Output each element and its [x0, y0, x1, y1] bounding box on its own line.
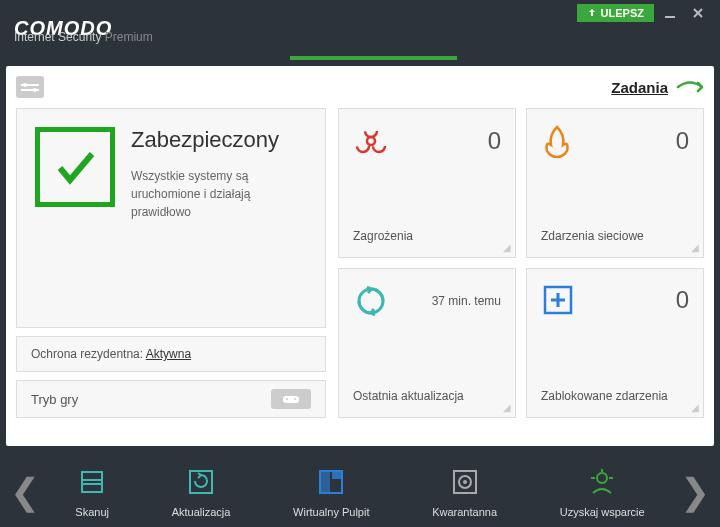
threats-tile[interactable]: 0 Zagrożenia ◢: [338, 108, 516, 258]
status-subtitle: Wszystkie systemy są uruchomione i dział…: [131, 167, 307, 221]
settings-button[interactable]: [16, 76, 44, 98]
left-column: Zabezpieczony Wszystkie systemy są uruch…: [16, 108, 326, 418]
svg-rect-18: [332, 471, 342, 479]
close-button[interactable]: [686, 3, 710, 23]
update-action[interactable]: Aktualizacja: [172, 466, 231, 518]
tasks-link[interactable]: Zadania: [611, 79, 704, 96]
virtual-desktop-action[interactable]: Wirtualny Pulpit: [293, 466, 369, 518]
scan-label: Skanuj: [75, 506, 109, 518]
threats-label: Zagrożenia: [353, 229, 501, 243]
network-label: Zdarzenia sieciowe: [541, 229, 689, 243]
svg-rect-0: [665, 16, 675, 18]
right-column: 0 Zagrożenia ◢ 0 Zdarzenia sieciowe ◢: [338, 108, 704, 418]
quarantine-icon: [449, 466, 481, 498]
product-name: Internet Security Premium: [14, 30, 153, 44]
network-count: 0: [676, 127, 689, 155]
update-action-icon: [185, 466, 217, 498]
update-label: Ostatnia aktualizacja: [353, 389, 501, 403]
blocked-label: Zablokowane zdarzenia: [541, 389, 689, 403]
svg-point-21: [463, 480, 467, 484]
update-cycle-icon: [353, 283, 389, 319]
content-area: Zadania Zabezpieczony Wszystkie systemy …: [6, 66, 714, 446]
virtual-desktop-icon: [315, 466, 347, 498]
next-arrow[interactable]: ❯: [676, 471, 714, 513]
titlebar: COMODO Internet Security Premium ULEPSZ: [0, 0, 720, 56]
prev-arrow[interactable]: ❮: [6, 471, 44, 513]
scan-icon: [76, 466, 108, 498]
action-bar: Skanuj Aktualizacja Wirtualny Pulpit Kwa…: [44, 466, 676, 518]
blocked-events-tile[interactable]: 0 Zablokowane zdarzenia ◢: [526, 268, 704, 418]
svg-rect-17: [320, 471, 330, 493]
network-events-tile[interactable]: 0 Zdarzenia sieciowe ◢: [526, 108, 704, 258]
blocked-plus-icon: [541, 283, 575, 317]
dashboard-grid: Zabezpieczony Wszystkie systemy są uruch…: [16, 108, 704, 418]
game-mode-toggle[interactable]: [271, 389, 311, 409]
status-card: Zabezpieczony Wszystkie systemy są uruch…: [16, 108, 326, 328]
product-edition: Premium: [105, 30, 153, 44]
status-text: Zabezpieczony Wszystkie systemy są uruch…: [131, 127, 307, 221]
svg-point-9: [365, 125, 377, 137]
biohazard-icon: [353, 123, 389, 159]
blocked-count: 0: [676, 286, 689, 314]
game-mode-row: Tryb gry: [16, 380, 326, 418]
upgrade-button[interactable]: ULEPSZ: [577, 4, 654, 22]
expand-icon: ◢: [691, 242, 699, 253]
support-icon: [586, 466, 618, 498]
flame-icon: [541, 123, 573, 159]
scan-action[interactable]: Skanuj: [75, 466, 109, 518]
expand-icon: ◢: [503, 242, 511, 253]
threats-count: 0: [488, 127, 501, 155]
minimize-button[interactable]: [658, 3, 682, 23]
support-action[interactable]: Uzyskaj wsparcie: [560, 466, 645, 518]
svg-point-22: [597, 473, 607, 483]
svg-rect-14: [82, 480, 102, 484]
resident-protection-row: Ochrona rezydentna: Aktywna: [16, 336, 326, 372]
gamepad-icon: [282, 393, 300, 405]
update-time: 37 min. temu: [432, 294, 501, 308]
svg-point-7: [294, 398, 296, 400]
upgrade-label: ULEPSZ: [601, 7, 644, 19]
footer-actions: ❮ Skanuj Aktualizacja Wirtualny Pulpit K…: [0, 452, 720, 527]
virtual-desktop-label: Wirtualny Pulpit: [293, 506, 369, 518]
svg-rect-5: [283, 396, 299, 403]
tasks-label: Zadania: [611, 79, 668, 96]
content-top-row: Zadania: [16, 76, 704, 98]
svg-point-6: [286, 398, 288, 400]
expand-icon: ◢: [503, 402, 511, 413]
status-check-icon: [35, 127, 115, 207]
quarantine-action[interactable]: Kwarantanna: [432, 466, 497, 518]
swap-arrow-icon: [676, 80, 704, 94]
upload-icon: [587, 8, 597, 18]
expand-icon: ◢: [691, 402, 699, 413]
status-title: Zabezpieczony: [131, 127, 307, 153]
resident-value-link[interactable]: Aktywna: [146, 347, 191, 361]
game-mode-label: Tryb gry: [31, 392, 78, 407]
support-label: Uzyskaj wsparcie: [560, 506, 645, 518]
last-update-tile[interactable]: 37 min. temu Ostatnia aktualizacja ◢: [338, 268, 516, 418]
update-action-label: Aktualizacja: [172, 506, 231, 518]
product-line: Internet Security: [14, 30, 101, 44]
quarantine-label: Kwarantanna: [432, 506, 497, 518]
resident-label: Ochrona rezydentna:: [31, 347, 143, 361]
